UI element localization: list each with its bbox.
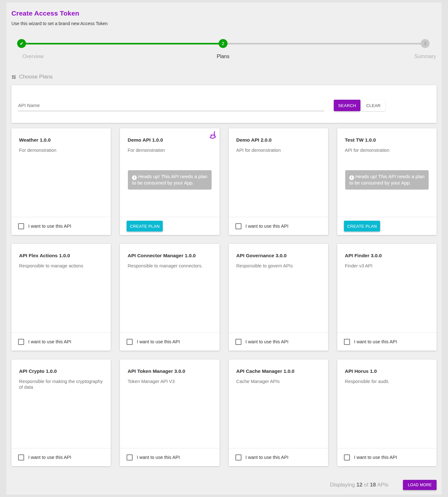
api-card-description: Responsible to manager connectors. [128, 263, 212, 269]
use-api-checkbox-row[interactable]: I want to use this API [235, 339, 288, 345]
api-card-body: API Token Manager 3.0.0 Token Manager AP… [120, 359, 219, 448]
api-card-body: API Horus 1.0 Responsible for audit. [337, 359, 437, 448]
use-api-checkbox-label: I want to use this API [354, 455, 397, 460]
create-plan-button[interactable]: CREATE PLAN [344, 221, 380, 232]
displaying-count: Displaying 12 of 18 APIs [330, 482, 388, 488]
use-api-checkbox-row[interactable]: I want to use this API [235, 223, 288, 229]
api-card-description: For demonstration [19, 147, 103, 153]
api-card: API Connector Manager 1.0.0 Responsible … [120, 244, 219, 351]
api-card: Demo API 2.0.0 API for demonstration I w… [229, 128, 328, 235]
api-card-title: API Connector Manager 1.0.0 [128, 253, 212, 259]
choose-plans-title: Choose Plans [19, 74, 53, 80]
api-card: Weather 1.0.0 For demonstration I want t… [11, 128, 111, 235]
page-title: Create Access Token [11, 10, 79, 17]
api-card-body: API Crypto 1.0.0 Responsible for making … [11, 359, 111, 448]
info-icon [132, 175, 137, 180]
api-card-title: Demo API 2.0.0 [236, 137, 320, 143]
use-api-checkbox[interactable] [344, 339, 350, 345]
api-card-body: API Flex Actions 1.0.0 Responsible to ma… [11, 244, 111, 332]
plan-needed-notice: Heads up! This API needs a plan to be co… [128, 170, 211, 190]
api-card-title: Weather 1.0.0 [19, 137, 103, 143]
api-card-title: API Crypto 1.0.0 [19, 368, 103, 374]
api-name-input[interactable] [18, 100, 324, 111]
shown-count: 12 [356, 482, 362, 488]
use-api-checkbox-label: I want to use this API [28, 455, 71, 460]
api-card-title: Demo API 1.0.0 [128, 137, 212, 143]
use-api-checkbox[interactable] [235, 223, 241, 229]
api-card-description: API for demonstration [236, 147, 320, 153]
api-card-body: API Finder 3.0.0 Finder v3 API [337, 244, 437, 332]
api-card: API Crypto 1.0.0 Responsible for making … [11, 359, 111, 466]
api-card-title: API Horus 1.0 [345, 368, 429, 374]
wizard-stepper: ✔ 2 3 Overview Plans Summary [11, 39, 437, 62]
use-api-checkbox-label: I want to use this API [28, 339, 71, 344]
api-card: API Horus 1.0 Responsible for audit. I w… [337, 359, 437, 466]
displaying-of: of [364, 482, 368, 488]
use-api-checkbox-row[interactable]: I want to use this API [18, 339, 71, 345]
choose-plans-header: Choose Plans [11, 74, 53, 80]
api-card: API Governance 3.0.0 Responsible to gove… [229, 244, 328, 351]
api-card-footer: I want to use this API [11, 332, 111, 351]
api-card-grid: Weather 1.0.0 For demonstration I want t… [11, 128, 437, 466]
api-card-description: Responsible for making the cryptography … [19, 379, 103, 390]
use-api-checkbox[interactable] [18, 454, 24, 460]
use-api-checkbox[interactable] [235, 454, 241, 460]
use-api-checkbox[interactable] [127, 339, 133, 345]
check-icon: ✔ [20, 41, 23, 46]
use-api-checkbox-row[interactable]: I want to use this API [127, 339, 180, 345]
api-card-body: Weather 1.0.0 For demonstration [11, 128, 111, 217]
api-card: API Token Manager 3.0.0 Token Manager AP… [120, 359, 219, 466]
step-number: 2 [222, 41, 224, 46]
plan-needed-notice: Heads up! This API needs a plan to be co… [345, 170, 429, 190]
api-card-body: API Connector Manager 1.0.0 Responsible … [120, 244, 219, 332]
api-card: API Flex Actions 1.0.0 Responsible to ma… [11, 244, 111, 351]
search-button[interactable]: SEARCH [334, 100, 360, 111]
api-card-footer: I want to use this API [11, 448, 111, 466]
api-card-body: Demo API 2.0.0 API for demonstration [229, 128, 328, 217]
use-api-checkbox-label: I want to use this API [28, 224, 71, 229]
api-card-footer: I want to use this API [11, 217, 111, 235]
displaying-suffix: APIs [377, 482, 388, 488]
api-card-footer: I want to use this API [337, 448, 437, 466]
use-api-checkbox-label: I want to use this API [246, 224, 288, 229]
api-card-body: API Governance 3.0.0 Responsible to gove… [229, 244, 328, 332]
info-icon [349, 175, 354, 180]
api-card-description: Token Manager API V3 [128, 379, 212, 384]
step-summary-dot[interactable]: 3 [421, 39, 430, 48]
api-card-footer: CREATE PLAN [120, 217, 219, 235]
use-api-checkbox-row[interactable]: I want to use this API [344, 339, 397, 345]
use-api-checkbox[interactable] [18, 223, 24, 229]
rocking-chair-icon [208, 130, 217, 140]
clear-button[interactable]: CLEAR [362, 100, 385, 111]
api-card-title: API Cache Manager 1.0.0 [236, 368, 320, 374]
dashboard-icon [11, 75, 16, 79]
use-api-checkbox-row[interactable]: I want to use this API [127, 454, 180, 460]
use-api-checkbox-row[interactable]: I want to use this API [18, 223, 71, 229]
use-api-checkbox[interactable] [18, 339, 24, 345]
use-api-checkbox-row[interactable]: I want to use this API [235, 454, 288, 460]
use-api-checkbox[interactable] [235, 339, 241, 345]
use-api-checkbox-label: I want to use this API [246, 339, 288, 344]
page-subtitle: Use this wizard to set a brand new Acces… [11, 21, 108, 26]
step-label-overview: Overview [23, 54, 44, 59]
api-card: Test TW 1.0.0 API for demonstration Head… [337, 128, 437, 235]
step-overview-dot[interactable]: ✔ [17, 39, 26, 48]
use-api-checkbox-row[interactable]: I want to use this API [344, 454, 397, 460]
api-card-title: API Finder 3.0.0 [345, 253, 429, 259]
create-plan-button[interactable]: CREATE PLAN [127, 221, 163, 232]
load-more-button[interactable]: LOAD MORE [403, 480, 437, 490]
results-footer: Displaying 12 of 18 APIs LOAD MORE [11, 478, 437, 492]
api-card-title: API Flex Actions 1.0.0 [19, 253, 103, 259]
step-label-summary: Summary [414, 54, 436, 59]
api-card-description: Responsible to govern APIs [236, 263, 320, 269]
use-api-checkbox-label: I want to use this API [246, 455, 288, 460]
step-plans-dot[interactable]: 2 [219, 39, 227, 48]
api-card-description: Responsible for audit. [345, 379, 429, 384]
use-api-checkbox[interactable] [344, 454, 350, 460]
use-api-checkbox-label: I want to use this API [354, 339, 397, 344]
use-api-checkbox[interactable] [127, 454, 133, 460]
api-card-footer: I want to use this API [120, 332, 219, 351]
use-api-checkbox-row[interactable]: I want to use this API [18, 454, 71, 460]
wizard-panel: Create Access Token Use this wizard to s… [6, 3, 442, 494]
displaying-prefix: Displaying [330, 482, 355, 488]
